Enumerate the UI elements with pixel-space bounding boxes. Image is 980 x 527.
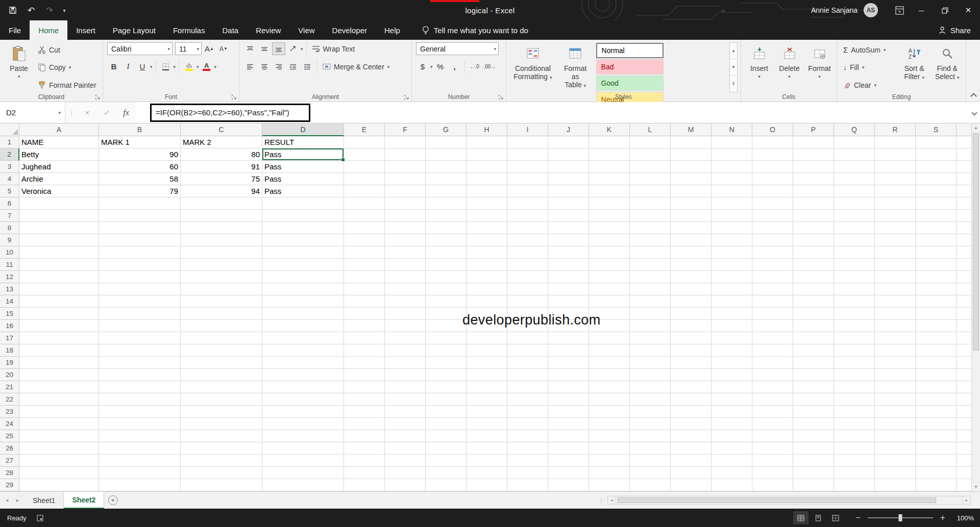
tell-me-box[interactable]: Tell me what you want to do <box>422 20 528 40</box>
cell-Q1[interactable] <box>834 136 875 148</box>
cell-B1[interactable]: MARK 1 <box>99 136 181 148</box>
increase-decimal-button[interactable]: ←.0 <box>468 60 481 73</box>
cell-C10[interactable] <box>181 246 262 259</box>
cell-E25[interactable] <box>344 430 385 442</box>
cell-Q14[interactable] <box>834 295 875 308</box>
cell-C21[interactable] <box>181 381 262 393</box>
cell-B25[interactable] <box>99 430 181 442</box>
fill-button[interactable]: ↓ Fill ▾ <box>841 61 897 74</box>
row-header-10[interactable]: 10 <box>0 246 19 259</box>
cell-O20[interactable] <box>752 369 793 381</box>
cell-D1[interactable]: RESULT <box>262 136 344 148</box>
cell-G13[interactable] <box>426 283 467 295</box>
cell-I18[interactable] <box>507 344 548 357</box>
cell-M6[interactable] <box>671 197 712 210</box>
cell-L14[interactable] <box>630 295 671 308</box>
cell-Q27[interactable] <box>834 455 875 467</box>
row-header-5[interactable]: 5 <box>0 185 19 197</box>
cell-G20[interactable] <box>426 369 467 381</box>
tab-help[interactable]: Help <box>376 20 409 40</box>
cell-Q16[interactable] <box>834 320 875 332</box>
cell-J10[interactable] <box>548 246 589 259</box>
minimize-button[interactable]: ─ <box>910 0 933 20</box>
cell-M28[interactable] <box>671 467 712 479</box>
cell-H22[interactable] <box>467 393 507 406</box>
cell-E9[interactable] <box>344 234 385 246</box>
col-header-L[interactable]: L <box>630 123 671 136</box>
cell-F24[interactable] <box>385 418 426 430</box>
cell-E18[interactable] <box>344 344 385 357</box>
conditional-formatting-button[interactable]: Conditional Formatting ▾ <box>510 42 555 92</box>
cell-C18[interactable] <box>181 344 262 357</box>
cell-J21[interactable] <box>548 381 589 393</box>
cell-R21[interactable] <box>875 381 916 393</box>
cell-N2[interactable] <box>712 148 752 161</box>
cell-F2[interactable] <box>385 148 426 161</box>
cell-Q24[interactable] <box>834 418 875 430</box>
cell-H23[interactable] <box>467 406 507 418</box>
cell-A25[interactable] <box>19 430 99 442</box>
col-header-D[interactable]: D <box>262 123 344 136</box>
cell-L18[interactable] <box>630 344 671 357</box>
cell-D4[interactable]: Pass <box>262 173 344 185</box>
cell-N24[interactable] <box>712 418 752 430</box>
cell-N18[interactable] <box>712 344 752 357</box>
cell-D6[interactable] <box>262 197 344 210</box>
cell-P13[interactable] <box>793 283 834 295</box>
cell-R13[interactable] <box>875 283 916 295</box>
cell-K28[interactable] <box>589 467 630 479</box>
cell-M23[interactable] <box>671 406 712 418</box>
cell-R26[interactable] <box>875 442 916 455</box>
cell-M25[interactable] <box>671 430 712 442</box>
cell-J27[interactable] <box>548 455 589 467</box>
wrap-text-button[interactable]: Wrap Text <box>310 42 357 55</box>
cell-I21[interactable] <box>507 381 548 393</box>
cell-N3[interactable] <box>712 161 752 173</box>
cell-style-normal[interactable]: Normal <box>596 43 664 58</box>
tab-home[interactable]: Home <box>30 20 67 40</box>
name-box[interactable]: D2 ▾ <box>0 102 65 123</box>
cell-E11[interactable] <box>344 259 385 271</box>
cell-G15[interactable] <box>426 308 467 320</box>
cell-J20[interactable] <box>548 369 589 381</box>
cell-S4[interactable] <box>916 173 957 185</box>
cell-G4[interactable] <box>426 173 467 185</box>
cell-H12[interactable] <box>467 271 507 283</box>
cell-R14[interactable] <box>875 295 916 308</box>
col-header-E[interactable]: E <box>344 123 385 136</box>
cell-J29[interactable] <box>548 479 589 491</box>
cell-S19[interactable] <box>916 357 957 369</box>
cell-R19[interactable] <box>875 357 916 369</box>
cell-R10[interactable] <box>875 246 916 259</box>
insert-button[interactable]: Insert ▾ <box>745 42 773 92</box>
alignment-dialog-launcher-icon[interactable] <box>404 94 409 100</box>
cell-A17[interactable] <box>19 332 99 344</box>
cell-S26[interactable] <box>916 442 957 455</box>
cell-G24[interactable] <box>426 418 467 430</box>
cell-P14[interactable] <box>793 295 834 308</box>
cell-Q15[interactable] <box>834 308 875 320</box>
cell-J17[interactable] <box>548 332 589 344</box>
cell-K14[interactable] <box>589 295 630 308</box>
sheet-tab-sheet2[interactable]: Sheet2 <box>64 492 104 509</box>
cell-D2[interactable]: Pass <box>262 148 344 161</box>
cell-M24[interactable] <box>671 418 712 430</box>
cell-R28[interactable] <box>875 467 916 479</box>
cell-Q8[interactable] <box>834 222 875 234</box>
cell-C2[interactable]: 80 <box>181 148 262 161</box>
cell-M14[interactable] <box>671 295 712 308</box>
cell-C27[interactable] <box>181 455 262 467</box>
cell-P27[interactable] <box>793 455 834 467</box>
cell-R9[interactable] <box>875 234 916 246</box>
cell-L13[interactable] <box>630 283 671 295</box>
row-header-2[interactable]: 2 <box>0 148 19 161</box>
cell-S12[interactable] <box>916 271 957 283</box>
cell-S2[interactable] <box>916 148 957 161</box>
cell-D17[interactable] <box>262 332 344 344</box>
cell-F21[interactable] <box>385 381 426 393</box>
new-sheet-button[interactable]: + <box>104 492 121 509</box>
cell-S23[interactable] <box>916 406 957 418</box>
cell-D8[interactable] <box>262 222 344 234</box>
cell-B18[interactable] <box>99 344 181 357</box>
cell-O14[interactable] <box>752 295 793 308</box>
